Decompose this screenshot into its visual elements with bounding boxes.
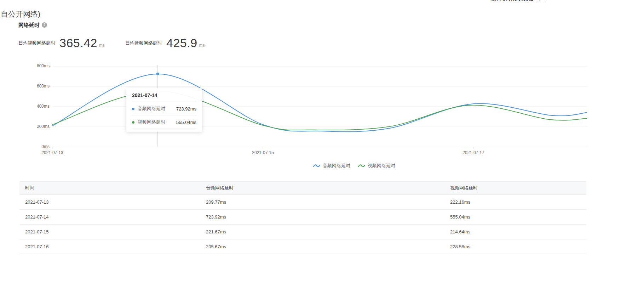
table-row: 2021-07-15 221.67ms 214.64ms [19,224,586,239]
table-header-row: 时间 音频网络延时 视频网络延时 [19,181,586,194]
y-axis-label: 600ms [28,84,50,89]
cell-audio: 723.92ms [200,214,444,220]
cell-time: 2021-07-16 [19,244,200,249]
video-wave-icon [358,164,365,168]
cell-video: 214.64ms [444,229,586,234]
audio-point-marker[interactable] [156,72,159,75]
cell-video: 228.58ms [444,244,586,249]
cell-video: 555.04ms [444,214,586,220]
cell-time: 2021-07-15 [19,229,200,234]
tooltip-row-audio: 音频网络延时 723.92ms [132,102,196,115]
cell-time: 2021-07-14 [19,214,200,220]
cell-audio: 205.67ms [200,244,444,249]
tooltip-row-video: 视频网络延时 555.04ms [132,115,196,129]
latency-table: 时间 音频网络延时 视频网络延时 2021-07-13 209.77ms 222… [19,181,586,254]
y-axis-label: 0ms [28,144,50,149]
x-axis-label: 2021-07-13 [31,150,74,155]
tooltip-audio-label: 音频网络延时 [138,106,165,112]
tooltip-audio-value: 723.92ms [176,106,196,112]
x-axis-label: 2021-07-15 [242,150,284,155]
col-header-audio: 音频网络延时 [200,185,444,191]
cell-audio: 221.67ms [200,229,444,234]
table-row: 2021-07-16 205.67ms 228.58ms [19,239,586,254]
audio-wave-icon [313,164,320,168]
col-header-video: 视频网络延时 [444,185,586,191]
legend-item-audio[interactable]: 音频网络延时 [313,163,350,169]
y-axis-label: 200ms [28,124,50,129]
tooltip-date: 2021-07-14 [132,92,196,102]
table-row: 2021-07-13 209.77ms 222.16ms [19,194,586,209]
x-axis-label: 2021-07-17 [452,150,495,155]
video-series-dot [132,121,134,124]
legend-audio-label: 音频网络延时 [323,163,350,169]
table-row: 2021-07-14 723.92ms 555.04ms [19,209,586,224]
tooltip-video-value: 555.04ms [176,120,196,125]
col-header-time: 时间 [19,185,200,191]
page-root: 如何获取报表数据 自公开网络) 网络延时 ? 日均视频网络延时 365.42 m… [0,0,644,283]
y-axis-label: 800ms [28,63,50,68]
chart-legend: 音频网络延时 视频网络延时 [313,163,395,169]
audio-series-dot [132,108,134,110]
cell-video: 222.16ms [444,199,586,205]
tooltip-video-label: 视频网络延时 [138,119,165,125]
cell-time: 2021-07-13 [19,199,200,205]
legend-item-video[interactable]: 视频网络延时 [358,163,395,169]
y-axis-label: 400ms [28,104,50,109]
legend-video-label: 视频网络延时 [368,163,395,169]
cell-audio: 209.77ms [200,199,444,205]
chart-tooltip: 2021-07-14 音频网络延时 723.92ms 视频网络延时 555.04… [126,88,202,132]
